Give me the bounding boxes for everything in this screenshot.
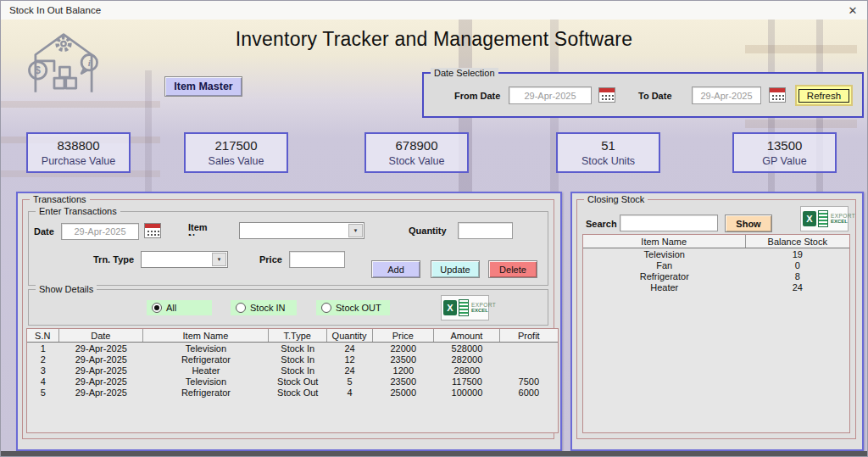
transactions-table[interactable]: S.N Date Item Name T.Type Quantity Price… — [26, 328, 559, 433]
delete-button[interactable]: Delete — [488, 260, 537, 278]
stat-value: 217500 — [186, 138, 287, 153]
transaction-date-calendar-icon[interactable] — [144, 223, 161, 238]
window-title: Stock In Out Balance — [1, 5, 101, 15]
stat-label: Stock Units — [558, 155, 659, 167]
item-label: Item Name — [188, 222, 219, 236]
closing-stock-legend: Closing Stock — [584, 194, 648, 204]
trn-type-label: Trn. Type — [93, 254, 134, 265]
page-title: Inventory Tracker and Management Softwar… — [1, 28, 867, 51]
radio-stock-out-label: Stock OUT — [336, 303, 381, 313]
date-label: Date — [34, 226, 54, 237]
from-date-input[interactable] — [509, 86, 592, 104]
item-combobox[interactable]: ▼ — [239, 222, 364, 239]
radio-stock-in-label: Stock IN — [250, 303, 286, 313]
stat-stock-units: 51 Stock Units — [556, 132, 660, 173]
from-date-label: From Date — [454, 91, 500, 101]
title-bar: Stock In Out Balance ✕ — [1, 1, 867, 20]
to-date-input[interactable] — [692, 86, 761, 104]
transactions-panel: Transactions Enter Transactions Date Ite… — [16, 192, 562, 451]
stat-label: Purchase Value — [28, 155, 129, 167]
radio-all-label: All — [166, 303, 176, 313]
closing-stock-table[interactable]: Item Name Balance Stock Television 19 Fa… — [582, 234, 850, 433]
stat-sales-value: 217500 Sales Value — [184, 132, 288, 173]
item-master-button[interactable]: Item Master — [164, 76, 242, 97]
table-row[interactable]: 3 29-Apr-2025 Heater Stock In 24 1200 28… — [27, 365, 558, 376]
enter-transactions-legend: Enter Transactions — [36, 206, 120, 216]
closing-stock-group: Closing Stock Search Show X EXPORT EXCEL… — [576, 199, 856, 439]
show-details-legend: Show Details — [36, 284, 97, 294]
spreadsheet-icon — [459, 299, 469, 316]
radio-icon — [321, 303, 331, 313]
from-date-calendar-icon[interactable] — [598, 87, 615, 103]
list-item[interactable]: Refrigerator 8 — [583, 270, 849, 281]
list-item[interactable]: Television 19 — [583, 248, 849, 259]
stat-gp-value: 13500 GP Value — [732, 132, 837, 173]
search-label: Search — [586, 219, 617, 229]
list-item[interactable]: Heater 24 — [583, 281, 849, 293]
price-label: Price — [259, 254, 282, 265]
refresh-button[interactable]: Refresh — [795, 85, 853, 106]
closing-stock-panel: Closing Stock Search Show X EXPORT EXCEL… — [570, 192, 864, 451]
date-selection-group: Date Selection From Date To Date Refresh — [422, 72, 864, 118]
export-excel-label: EXPORT EXCEL — [831, 213, 855, 225]
radio-stock-out[interactable]: Stock OUT — [316, 300, 390, 315]
quantity-input[interactable] — [458, 222, 513, 239]
window-bottom-edge — [1, 451, 867, 456]
excel-icon: X — [803, 211, 816, 226]
add-button[interactable]: Add — [371, 260, 420, 278]
search-input[interactable] — [620, 215, 718, 231]
close-icon[interactable]: ✕ — [843, 1, 862, 20]
to-date-calendar-icon[interactable] — [769, 87, 786, 103]
list-item[interactable]: Fan 0 — [583, 259, 849, 270]
app-window: Stock In Out Balance ✕ $ i — [0, 0, 868, 457]
table-row[interactable]: 1 29-Apr-2025 Television Stock In 24 220… — [27, 343, 558, 354]
stat-label: Sales Value — [186, 155, 287, 167]
trn-type-combobox[interactable]: ▼ — [141, 251, 228, 268]
stat-value: 13500 — [734, 138, 835, 153]
transactions-group: Transactions Enter Transactions Date Ite… — [22, 199, 554, 439]
stat-value: 838800 — [28, 138, 129, 153]
radio-icon — [152, 303, 162, 313]
closing-stock-table-header: Item Name Balance Stock — [583, 235, 849, 248]
export-excel-label: EXPORT EXCEL — [471, 302, 496, 314]
quantity-label: Quantity — [409, 226, 447, 236]
table-row[interactable]: 4 29-Apr-2025 Television Stock Out 5 235… — [27, 376, 558, 387]
table-row[interactable]: 5 29-Apr-2025 Refrigerator Stock Out 4 2… — [27, 387, 558, 398]
radio-stock-in[interactable]: Stock IN — [231, 300, 297, 315]
item-dropdown-icon[interactable]: ▼ — [348, 224, 363, 237]
update-button[interactable]: Update — [431, 260, 480, 278]
dollar-glyph: $ — [35, 65, 41, 77]
export-excel-button[interactable]: X EXPORT EXCEL — [441, 295, 489, 320]
stat-label: Stock Value — [366, 155, 467, 167]
stat-value: 678900 — [366, 138, 467, 153]
to-date-label: To Date — [638, 91, 672, 101]
trn-type-dropdown-icon[interactable]: ▼ — [212, 253, 226, 266]
table-row[interactable]: 2 29-Apr-2025 Refrigerator Stock In 12 2… — [27, 354, 558, 365]
show-details-group: Show Details All Stock IN Stock OUT X — [28, 289, 548, 326]
excel-icon: X — [443, 300, 457, 315]
export-excel-button-closing[interactable]: X EXPORT EXCEL — [800, 206, 849, 231]
radio-all[interactable]: All — [147, 300, 212, 315]
stat-stock-value: 678900 Stock Value — [364, 132, 469, 173]
stat-value: 51 — [558, 138, 659, 153]
transactions-table-header: S.N Date Item Name T.Type Quantity Price… — [27, 329, 558, 343]
transaction-date-input[interactable] — [61, 223, 139, 240]
show-button[interactable]: Show — [725, 215, 772, 232]
date-selection-legend: Date Selection — [431, 68, 498, 78]
stat-label: GP Value — [734, 155, 835, 167]
refresh-button-label: Refresh — [798, 89, 849, 103]
stat-purchase-value: 838800 Purchase Value — [26, 132, 131, 173]
transactions-legend: Transactions — [30, 194, 90, 204]
price-input[interactable] — [289, 251, 345, 268]
spreadsheet-icon — [818, 210, 828, 227]
radio-icon — [236, 303, 246, 313]
enter-transactions-group: Enter Transactions Date Item Name ▼ Quan… — [28, 211, 548, 286]
